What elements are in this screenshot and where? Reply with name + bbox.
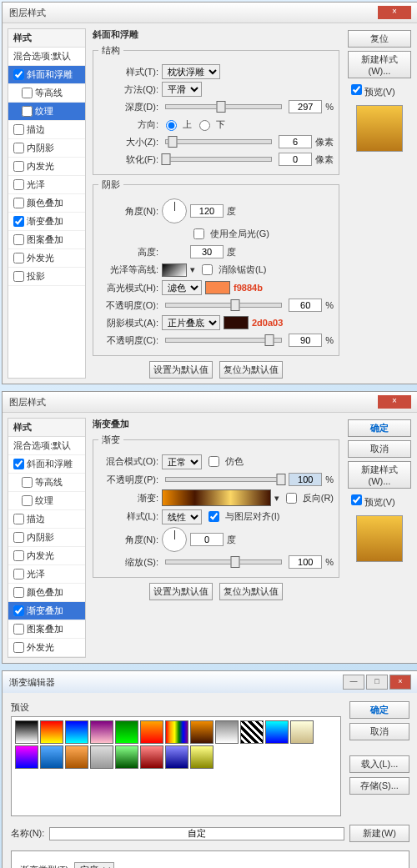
effect-row[interactable]: 内阴影	[8, 139, 85, 158]
preset-swatch[interactable]	[90, 745, 113, 769]
effect-row[interactable]: 颜色叠加	[8, 194, 85, 213]
effect-check[interactable]	[13, 179, 24, 190]
effect-check[interactable]	[13, 532, 24, 543]
effect-check[interactable]	[13, 271, 24, 282]
antialias-check[interactable]	[202, 264, 213, 275]
close-button[interactable]: ×	[378, 6, 411, 19]
preset-swatch[interactable]	[15, 745, 38, 769]
shadow-opacity-input[interactable]	[289, 334, 322, 347]
scale-input[interactable]	[289, 555, 322, 569]
effect-row[interactable]: 等高线	[8, 84, 85, 103]
preset-swatch[interactable]	[115, 745, 138, 769]
load-button[interactable]: 载入(L)...	[349, 755, 409, 773]
global-light-check[interactable]	[193, 228, 204, 239]
gradient-preview[interactable]	[162, 489, 271, 506]
technique-select[interactable]: 平滑	[162, 82, 202, 97]
shadow-color[interactable]	[224, 316, 249, 329]
blend-mode-select[interactable]: 正常	[162, 454, 202, 469]
new-style-button[interactable]: 新建样式(W)...	[348, 51, 411, 78]
effect-check[interactable]	[13, 198, 24, 208]
effect-row[interactable]: 等高线	[8, 474, 85, 492]
gloss-contour[interactable]	[162, 263, 187, 277]
reset-default-button[interactable]: 复位为默认值	[219, 361, 283, 379]
effect-check[interactable]	[22, 477, 33, 488]
preview-check[interactable]	[351, 84, 362, 95]
highlight-opacity-input[interactable]	[289, 299, 322, 312]
preset-swatch[interactable]	[190, 720, 214, 744]
new-button[interactable]: 新建(W)	[349, 825, 409, 842]
close-button[interactable]: ×	[378, 395, 411, 409]
save-button[interactable]: 存储(S)...	[349, 777, 409, 795]
minimize-button[interactable]: —	[343, 675, 364, 690]
chevron-down-icon[interactable]: ▾	[190, 264, 195, 275]
dir-up-radio[interactable]	[166, 120, 177, 131]
align-check[interactable]	[208, 511, 219, 522]
effect-row[interactable]: 光泽	[8, 176, 85, 194]
effect-check[interactable]	[13, 587, 24, 598]
reset-button[interactable]: 复位	[348, 30, 411, 48]
preset-swatch[interactable]	[140, 745, 163, 769]
effect-row[interactable]: 纹理	[8, 103, 85, 121]
effect-check[interactable]	[13, 69, 24, 80]
preset-swatch[interactable]	[165, 720, 188, 744]
dir-down-radio[interactable]	[199, 120, 210, 131]
effect-row[interactable]: 投影	[8, 268, 85, 286]
soften-slider[interactable]	[165, 157, 272, 162]
effect-check[interactable]	[13, 253, 24, 263]
effect-row[interactable]: 斜面和浮雕	[8, 455, 85, 474]
effect-row[interactable]: 内发光	[8, 547, 85, 565]
preview-check[interactable]	[351, 494, 362, 505]
highlight-opacity-slider[interactable]	[165, 303, 282, 308]
blend-options-row[interactable]: 混合选项:默认	[8, 48, 85, 66]
effect-row[interactable]: 外发光	[8, 249, 85, 268]
preset-swatch[interactable]	[140, 720, 163, 744]
preset-swatch[interactable]	[165, 745, 188, 769]
effect-row[interactable]: 颜色叠加	[8, 584, 85, 602]
preset-swatch[interactable]	[115, 720, 138, 744]
size-input[interactable]	[279, 135, 312, 148]
cancel-button[interactable]: 取消	[349, 723, 409, 740]
effect-row[interactable]: 描边	[8, 121, 85, 139]
preset-swatch[interactable]	[215, 720, 239, 744]
shadow-opacity-slider[interactable]	[165, 338, 282, 343]
effect-check[interactable]	[13, 605, 24, 616]
effect-row[interactable]: 图案叠加	[8, 231, 85, 249]
preset-swatch[interactable]	[240, 720, 264, 744]
ok-button[interactable]: 确定	[348, 419, 411, 437]
reverse-check[interactable]	[286, 493, 297, 504]
depth-slider[interactable]	[165, 104, 282, 109]
preset-swatch[interactable]	[190, 745, 214, 769]
blend-options-row[interactable]: 混合选项:默认	[8, 437, 85, 455]
depth-input[interactable]	[289, 100, 322, 113]
effect-row[interactable]: 渐变叠加	[8, 602, 85, 620]
effect-row[interactable]: 渐变叠加	[8, 213, 85, 231]
effect-check[interactable]	[22, 106, 33, 117]
style-select[interactable]: 枕状浮雕	[162, 64, 220, 79]
preset-swatch[interactable]	[90, 720, 113, 744]
chevron-down-icon[interactable]: ▾	[274, 493, 279, 504]
new-style-button[interactable]: 新建样式(W)...	[348, 461, 411, 489]
close-button[interactable]: ×	[389, 675, 411, 690]
dither-check[interactable]	[208, 456, 219, 467]
size-slider[interactable]	[165, 139, 272, 144]
name-input[interactable]	[49, 827, 344, 840]
ok-button[interactable]: 确定	[349, 701, 409, 719]
gradient-type-select[interactable]: 实底	[74, 862, 114, 868]
angle-input[interactable]	[190, 533, 224, 546]
preset-swatch[interactable]	[290, 720, 314, 744]
preset-swatch[interactable]	[15, 720, 38, 744]
reset-default-button[interactable]: 复位为默认值	[219, 583, 283, 600]
soften-input[interactable]	[279, 153, 312, 166]
effect-row[interactable]: 斜面和浮雕	[8, 66, 85, 84]
highlight-color[interactable]	[205, 281, 230, 294]
effect-check[interactable]	[13, 161, 24, 172]
make-default-button[interactable]: 设置为默认值	[149, 583, 213, 600]
highlight-mode-select[interactable]: 滤色	[162, 280, 202, 295]
effect-check[interactable]	[13, 459, 24, 469]
opacity-slider[interactable]	[165, 477, 282, 482]
effect-check[interactable]	[13, 569, 24, 580]
opacity-input[interactable]	[289, 473, 322, 486]
scale-slider[interactable]	[165, 559, 282, 564]
effect-check[interactable]	[13, 624, 24, 635]
altitude-input[interactable]	[190, 245, 224, 258]
